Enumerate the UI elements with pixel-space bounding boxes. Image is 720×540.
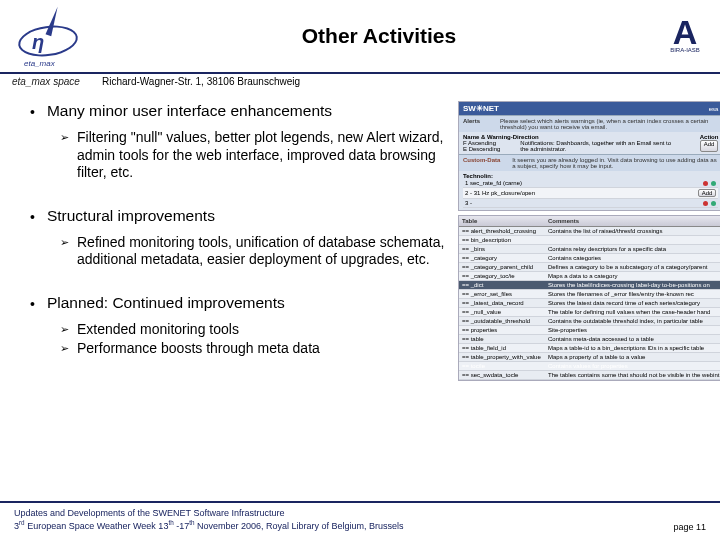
bullet-column: • Many minor user interface enhancements… — [30, 101, 448, 477]
address-text: Richard-Wagner-Str. 1, 38106 Braunschwei… — [102, 76, 300, 87]
table-row: == tableContains meta-data accessed to a… — [459, 335, 720, 344]
table-row: == sec_swdata_tocleThe tables contains s… — [459, 371, 720, 380]
table-row: == _categoryContains categories — [459, 254, 720, 263]
subheader: eta_max space Richard-Wagner-Str. 1, 381… — [0, 74, 720, 89]
content-area: • Many minor user interface enhancements… — [0, 89, 720, 477]
tables-panel: Table Comments == alert_threshold_crossi… — [458, 215, 720, 381]
table-row: == table_field_idMaps a table-id to a bi… — [459, 344, 720, 353]
screenshot-column: SW☀NET esa Alerts Please select which al… — [458, 101, 720, 477]
custom-data-heading: Custom-Data — [463, 157, 500, 169]
logo-subtext: eta_max — [24, 59, 55, 68]
table-row: == _error_set_filesStores the filenames … — [459, 290, 720, 299]
slide-header: η eta_max Other Activities A BIRA-IASB — [0, 0, 720, 72]
col-table: Table — [459, 216, 545, 226]
add-button[interactable]: Add — [700, 140, 719, 152]
bullet-dot-icon: • — [30, 293, 35, 315]
table-row: == _category_parent_childDefines a categ… — [459, 263, 720, 272]
add-button[interactable]: Add — [698, 189, 717, 197]
page-number: page 11 — [673, 522, 706, 532]
sub-bullet: ➢ Performance boosts through meta data — [60, 340, 448, 358]
alerts-heading: Alerts — [463, 118, 480, 130]
table-row: == _null_valueThe table for defining nul… — [459, 308, 720, 317]
arrow-icon: ➢ — [60, 321, 69, 339]
slide-title: Other Activities — [98, 24, 660, 48]
sub-bullet: ➢ Extended monitoring tools — [60, 321, 448, 339]
sub-bullet: ➢ Refined monitoring tools, unification … — [60, 234, 448, 269]
bullet-3: • Planned: Continued improvements ➢ Exte… — [30, 293, 448, 358]
col-comments: Comments — [545, 216, 720, 226]
arrow-icon: ➢ — [60, 340, 69, 358]
bullet-1: • Many minor user interface enhancements… — [30, 101, 448, 182]
etamax-logo: η eta_max — [10, 6, 98, 66]
bullet-dot-icon: • — [30, 101, 35, 123]
table-row: == propertiesSite-properties — [459, 326, 720, 335]
slide-footer: Updates and Developments of the SWENET S… — [0, 501, 720, 541]
bira-logo: A BIRA-IASB — [660, 8, 710, 64]
table-row: == alert_threshold_crossingContains the … — [459, 227, 720, 236]
bullet-2: • Structural improvements ➢ Refined moni… — [30, 206, 448, 269]
table-row: == toc/ieContains values for properties — [459, 362, 720, 371]
footer-line-2: 3rd European Space Weather Week 13th -17… — [14, 519, 404, 532]
table-row: == _binsContains relay descriptors for a… — [459, 245, 720, 254]
table-row: == _outdatable_thresholdContains the out… — [459, 317, 720, 326]
swenet-panel: SW☀NET esa Alerts Please select which al… — [458, 101, 720, 211]
footer-line-1: Updates and Developments of the SWENET S… — [14, 508, 404, 519]
table-row: == _latest_data_recordStores the latest … — [459, 299, 720, 308]
bullet-dot-icon: • — [30, 206, 35, 228]
table-row: == bin_description — [459, 236, 720, 245]
brand-text: eta_max space — [12, 76, 102, 87]
table-row: == _dictStores the label/indices-crossin… — [459, 281, 720, 290]
sub-bullet: ➢ Filtering "null" values, better plot l… — [60, 129, 448, 182]
arrow-icon: ➢ — [60, 234, 69, 269]
arrow-icon: ➢ — [60, 129, 69, 182]
table-row: == _category_toc/ieMaps a data to a cate… — [459, 272, 720, 281]
table-row: == table_property_with_valueMaps a prope… — [459, 353, 720, 362]
swenet-logo-text: SW☀NET — [463, 104, 499, 113]
